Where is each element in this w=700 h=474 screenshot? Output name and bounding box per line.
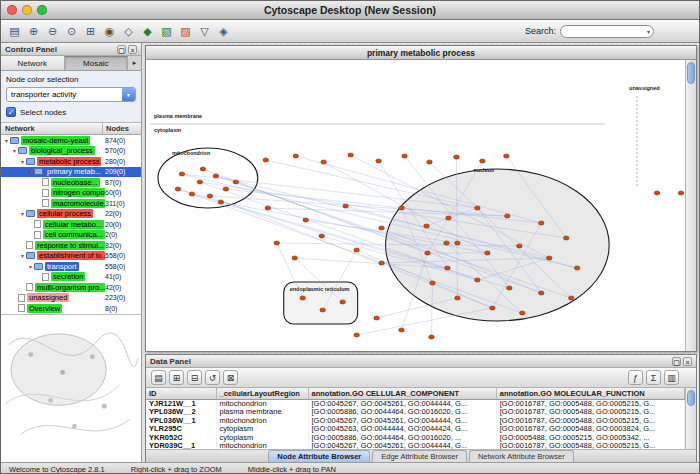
- close-panel-icon[interactable]: ×: [683, 357, 692, 366]
- table-cell[interactable]: YPL036W__1: [146, 417, 216, 426]
- zoom-out-icon[interactable]: ⊖: [44, 23, 61, 40]
- expander-icon[interactable]: ▾: [19, 158, 26, 165]
- network-node[interactable]: [379, 226, 385, 230]
- network-node[interactable]: [320, 308, 326, 312]
- network-node[interactable]: [292, 256, 298, 260]
- attribute-delete-icon[interactable]: ⊟: [187, 370, 202, 385]
- network-node[interactable]: [445, 266, 451, 270]
- network-node[interactable]: [274, 241, 280, 245]
- table-cell[interactable]: mitochondrion: [216, 417, 308, 426]
- tree-node-label[interactable]: Overview: [27, 304, 62, 313]
- tree-row[interactable]: cell communica...2(0): [1, 230, 141, 241]
- network-node[interactable]: [213, 174, 219, 178]
- table-cell[interactable]: [GO:0016787, GO:0005488, GO:0005215, G..…: [496, 417, 684, 426]
- import-attributes-icon[interactable]: ▥: [664, 370, 679, 385]
- trash-icon[interactable]: ⊠: [223, 370, 238, 385]
- print-icon[interactable]: ▤: [6, 23, 23, 40]
- table-cell[interactable]: [GO:0016787, GO:0005488, GO:0003824, G..…: [496, 425, 684, 434]
- tree-row[interactable]: ▾mosaic-demo-yeast874(0): [1, 135, 141, 146]
- tree-row[interactable]: ▾primary metab...209(0): [1, 167, 141, 178]
- table-cell[interactable]: plasma membrane: [216, 408, 308, 417]
- network-view-title[interactable]: primary metabolic process: [146, 46, 696, 60]
- network-node[interactable]: [207, 194, 213, 198]
- network-node[interactable]: [480, 159, 486, 163]
- tree-node-label[interactable]: metabolic process: [37, 157, 101, 166]
- network-node[interactable]: [189, 192, 195, 196]
- network-node[interactable]: [200, 167, 206, 171]
- network-node[interactable]: [376, 159, 382, 163]
- network-node[interactable]: [563, 236, 569, 240]
- network-node[interactable]: [425, 251, 431, 255]
- table-cell[interactable]: cytoplasm: [216, 425, 308, 434]
- table-row[interactable]: YDR039C__1mitochondrion[GO:0045267, GO:0…: [146, 442, 685, 449]
- network-node[interactable]: [424, 224, 430, 228]
- select-nodes-checkbox[interactable]: ✓: [6, 107, 16, 117]
- network-node[interactable]: [485, 251, 491, 255]
- expander-icon[interactable]: ▾: [19, 252, 26, 259]
- network-node[interactable]: [374, 316, 380, 320]
- network-node[interactable]: [538, 291, 544, 295]
- search-input[interactable]: [560, 25, 654, 38]
- network-vertical-scrollbar[interactable]: [685, 60, 696, 351]
- table-cell[interactable]: mitochondrion: [216, 442, 308, 449]
- network-node[interactable]: [475, 206, 481, 210]
- table-cell[interactable]: YJR121W__1: [146, 399, 216, 408]
- network-column-header[interactable]: Network: [1, 123, 103, 134]
- table-cell[interactable]: mitochondrion: [216, 399, 308, 408]
- network-node[interactable]: [354, 333, 360, 337]
- network-node[interactable]: [303, 218, 309, 222]
- tab-network-attribute-browser[interactable]: Network Attribute Browser: [469, 450, 574, 462]
- title-bar[interactable]: Cytoscape Desktop (New Session): [1, 1, 699, 20]
- tree-row[interactable]: ▾transport558(0): [1, 261, 141, 272]
- tree-row[interactable]: ▾metabolic process280(0): [1, 156, 141, 167]
- network-node[interactable]: [455, 296, 461, 300]
- network-node[interactable]: [343, 204, 349, 208]
- tab-overflow-icon[interactable]: ▸: [128, 56, 141, 70]
- network-node[interactable]: [520, 311, 526, 315]
- network-node[interactable]: [546, 256, 552, 260]
- table-cell[interactable]: [GO:0045267, GO:0045261, GO:0044444, G..…: [308, 442, 496, 449]
- network-node[interactable]: [263, 158, 269, 162]
- network-node[interactable]: [446, 216, 452, 220]
- table-cell[interactable]: [GO:0016787, GO:0005488, GO:0005215, G..…: [496, 408, 684, 417]
- scrollbar-thumb[interactable]: [687, 62, 695, 84]
- tree-node-label[interactable]: macromolecule...: [51, 199, 105, 208]
- network-node[interactable]: [678, 191, 684, 195]
- snapshot-icon[interactable]: ◉: [101, 23, 118, 40]
- network-node[interactable]: [444, 241, 450, 245]
- network-node[interactable]: [427, 160, 433, 164]
- close-panel-icon[interactable]: ×: [128, 45, 137, 54]
- network-node[interactable]: [517, 244, 523, 248]
- network-node[interactable]: [430, 281, 436, 285]
- network-node[interactable]: [505, 214, 511, 218]
- zoom-in-icon[interactable]: ⊕: [25, 23, 42, 40]
- table-row[interactable]: YPL036W__1mitochondrion[GO:0045267, GO:0…: [146, 417, 685, 426]
- network-node[interactable]: [454, 155, 460, 159]
- network-node[interactable]: [504, 154, 510, 158]
- network-node[interactable]: [233, 180, 239, 184]
- new-network-icon[interactable]: ◆: [139, 23, 156, 40]
- network-node[interactable]: [319, 234, 325, 238]
- tree-node-label[interactable]: nucleobase...: [51, 178, 100, 187]
- network-node[interactable]: [490, 306, 496, 310]
- table-vertical-scrollbar[interactable]: [685, 388, 696, 449]
- table-cell[interactable]: [GO:0045267, GO:0045261, GO:0044444, G..…: [308, 399, 496, 408]
- zoom-fit-icon[interactable]: ⊞: [82, 23, 99, 40]
- network-node[interactable]: [340, 300, 346, 304]
- expander-icon[interactable]: ▾: [27, 263, 34, 270]
- table-cell[interactable]: [GO:0016787, GO:0005488, GO:0005215, G..…: [496, 399, 684, 408]
- tree-row[interactable]: multi-organism pro...42(0): [1, 282, 141, 293]
- import-network-icon[interactable]: ▧: [158, 23, 175, 40]
- node-color-select[interactable]: transporter activity ▾: [6, 87, 136, 102]
- tab-mosaic[interactable]: Mosaic: [65, 56, 129, 70]
- network-node[interactable]: [455, 241, 461, 245]
- network-node[interactable]: [507, 286, 513, 290]
- zoom-selected-icon[interactable]: ⊙: [63, 23, 80, 40]
- network-node[interactable]: [218, 200, 224, 204]
- tree-row[interactable]: nucleobase...87(0): [1, 177, 141, 188]
- tree-row[interactable]: Overview8(0): [1, 303, 141, 314]
- tree-row[interactable]: ▾establishment of lo...558(0): [1, 251, 141, 262]
- sum-function-icon[interactable]: Σ: [646, 370, 661, 385]
- column-header[interactable]: ID: [146, 388, 216, 399]
- search-options-icon[interactable]: ▾: [647, 28, 650, 35]
